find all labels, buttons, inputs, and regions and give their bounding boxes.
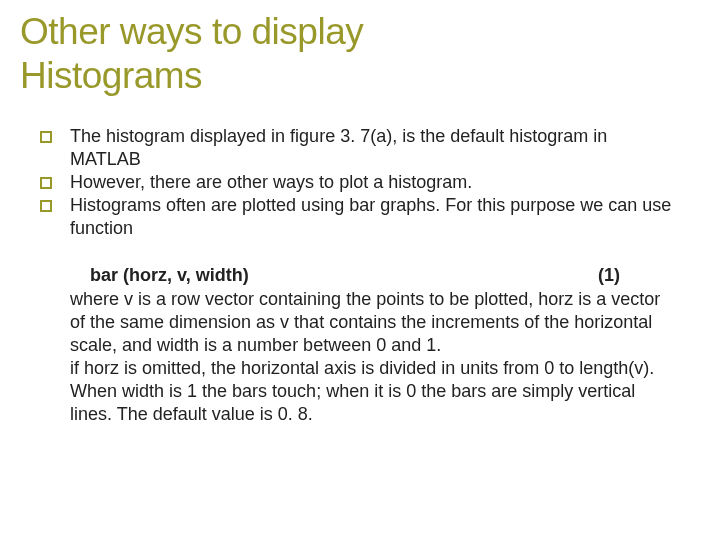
title-line-1: Other ways to display — [20, 11, 363, 52]
function-signature-line: bar (horz, v, width) (1) — [70, 264, 680, 287]
slide-title: Other ways to display Histograms — [0, 0, 720, 97]
square-bullet-icon — [40, 200, 52, 212]
bullet-text: However, there are other ways to plot a … — [70, 171, 680, 194]
square-bullet-icon — [40, 131, 52, 143]
title-line-2: Histograms — [20, 55, 202, 96]
list-item: However, there are other ways to plot a … — [40, 171, 680, 194]
description-paragraph: where v is a row vector containing the p… — [70, 288, 680, 357]
function-call: bar (horz, v, width) — [70, 264, 598, 287]
equation-number: (1) — [598, 264, 680, 287]
indented-block: bar (horz, v, width) (1) where v is a ro… — [40, 264, 680, 425]
list-item: The histogram displayed in figure 3. 7(a… — [40, 125, 680, 171]
slide-body: The histogram displayed in figure 3. 7(a… — [0, 97, 720, 425]
description-paragraph: if horz is omitted, the horizontal axis … — [70, 357, 680, 426]
bullet-list: The histogram displayed in figure 3. 7(a… — [40, 125, 680, 240]
list-item: Histograms often are plotted using bar g… — [40, 194, 680, 240]
bullet-text: Histograms often are plotted using bar g… — [70, 194, 680, 240]
square-bullet-icon — [40, 177, 52, 189]
bullet-text: The histogram displayed in figure 3. 7(a… — [70, 125, 680, 171]
